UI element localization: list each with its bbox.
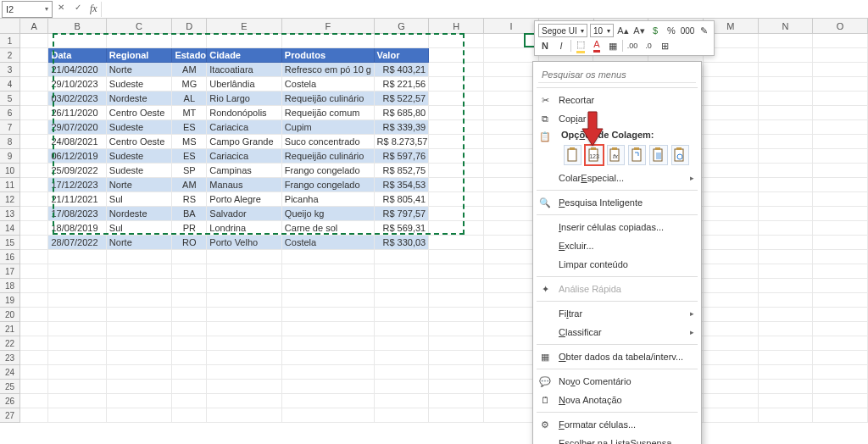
cell[interactable] xyxy=(759,264,814,279)
row-header[interactable]: 14 xyxy=(0,221,20,236)
cell[interactable]: Sudeste xyxy=(107,77,173,92)
cell[interactable]: Sul xyxy=(107,221,173,236)
cell[interactable] xyxy=(20,264,49,279)
cell[interactable] xyxy=(813,164,868,178)
cell[interactable]: Refresco em pó 10 g xyxy=(282,63,375,77)
cell[interactable]: 26/11/2020 xyxy=(48,106,106,120)
row-header[interactable]: 7 xyxy=(0,120,20,135)
decrease-decimal-icon[interactable]: .0 xyxy=(642,39,655,53)
cell[interactable] xyxy=(20,92,49,106)
cell[interactable] xyxy=(429,63,484,77)
accounting-format-icon[interactable]: $ xyxy=(648,24,662,37)
cell[interactable] xyxy=(107,279,173,293)
cell[interactable] xyxy=(813,394,868,408)
cell[interactable]: Nordeste xyxy=(107,92,173,106)
cell[interactable]: Cariacica xyxy=(207,149,282,164)
cell[interactable]: Itacoatiara xyxy=(207,63,282,77)
cell[interactable] xyxy=(172,264,207,279)
cell[interactable] xyxy=(107,34,173,48)
row-header[interactable]: 5 xyxy=(0,92,20,106)
cell[interactable] xyxy=(759,178,814,192)
cell[interactable] xyxy=(20,77,49,92)
cancel-formula-icon[interactable]: ✕ xyxy=(54,3,68,16)
menu-clear[interactable]: Limpar conteúdo xyxy=(533,255,701,274)
cell[interactable]: R$ 597,76 xyxy=(375,149,430,164)
cell[interactable] xyxy=(429,408,484,423)
cell[interactable] xyxy=(813,264,868,279)
cell[interactable] xyxy=(375,293,430,308)
cell[interactable] xyxy=(759,221,814,236)
comma-format-icon[interactable]: 000 xyxy=(681,24,694,37)
cell[interactable]: Nordeste xyxy=(107,207,173,221)
cell[interactable] xyxy=(429,380,484,394)
borders-icon[interactable]: ▦ xyxy=(606,39,620,53)
cell[interactable]: AL xyxy=(172,92,207,106)
cell[interactable] xyxy=(704,351,759,365)
cell[interactable] xyxy=(813,135,868,149)
cell[interactable] xyxy=(20,149,49,164)
row-header[interactable]: 24 xyxy=(0,365,20,380)
cell[interactable] xyxy=(484,92,539,106)
cell[interactable] xyxy=(20,192,49,207)
menu-sort[interactable]: Classificar ▸ xyxy=(533,323,701,341)
cell[interactable]: Queijo kg xyxy=(282,207,375,221)
cell[interactable] xyxy=(704,120,759,135)
cell[interactable] xyxy=(207,380,282,394)
cell[interactable] xyxy=(172,408,207,423)
cell[interactable]: Sudeste xyxy=(107,149,173,164)
cell[interactable] xyxy=(484,221,539,236)
cell[interactable] xyxy=(429,365,484,380)
cell[interactable]: Centro Oeste xyxy=(107,106,173,120)
cell[interactable] xyxy=(282,365,375,380)
cell[interactable]: Cidade xyxy=(207,48,282,63)
fill-color-icon[interactable]: ⬚ xyxy=(574,39,587,53)
cell[interactable] xyxy=(704,92,759,106)
cell[interactable] xyxy=(704,308,759,322)
menu-delete[interactable]: Excluir... xyxy=(533,236,701,255)
cell[interactable]: Porto Alegre xyxy=(207,192,282,207)
col-header-H[interactable]: H xyxy=(429,19,484,33)
cell[interactable] xyxy=(107,250,173,264)
cell[interactable] xyxy=(375,365,430,380)
menu-cut[interactable]: ✂ Recortar xyxy=(533,91,701,109)
cell[interactable]: Valor xyxy=(375,48,430,63)
cell[interactable] xyxy=(813,279,868,293)
cell[interactable] xyxy=(704,293,759,308)
cell[interactable]: Picanha xyxy=(282,192,375,207)
row-header[interactable]: 20 xyxy=(0,308,20,322)
cell[interactable]: R$ 330,03 xyxy=(375,236,430,250)
cell[interactable] xyxy=(207,351,282,365)
cell[interactable] xyxy=(704,149,759,164)
percent-format-icon[interactable]: % xyxy=(665,24,678,37)
cell[interactable] xyxy=(429,236,484,250)
cell[interactable] xyxy=(759,63,814,77)
cell[interactable] xyxy=(704,336,759,351)
cell[interactable] xyxy=(759,336,814,351)
cell[interactable]: Estado xyxy=(172,48,207,63)
cell[interactable]: AM xyxy=(172,63,207,77)
cell[interactable] xyxy=(759,322,814,336)
menu-search-input[interactable] xyxy=(538,67,696,83)
menu-get-table-data[interactable]: ▦ Obter dados da tabela/interv... xyxy=(533,347,701,366)
merge-center-icon[interactable]: ⊞ xyxy=(658,39,671,53)
cell[interactable] xyxy=(484,351,539,365)
cell[interactable] xyxy=(813,120,868,135)
cell[interactable]: PR xyxy=(172,221,207,236)
cell[interactable] xyxy=(484,365,539,380)
row-header[interactable]: 4 xyxy=(0,77,20,92)
cell[interactable]: MT xyxy=(172,106,207,120)
row-header[interactable]: 19 xyxy=(0,293,20,308)
cell[interactable] xyxy=(48,394,106,408)
cell[interactable]: Porto Velho xyxy=(207,236,282,250)
cell[interactable] xyxy=(48,351,106,365)
menu-filter[interactable]: Filtrar ▸ xyxy=(533,304,701,323)
cell[interactable] xyxy=(813,178,868,192)
cell[interactable] xyxy=(813,322,868,336)
cell[interactable]: Norte xyxy=(107,178,173,192)
cell[interactable] xyxy=(813,207,868,221)
col-header-O[interactable]: O xyxy=(813,19,868,33)
row-header[interactable]: 22 xyxy=(0,336,20,351)
row-header[interactable]: 11 xyxy=(0,178,20,192)
increase-decimal-icon[interactable]: .00 xyxy=(626,39,639,53)
cell[interactable]: ES xyxy=(172,120,207,135)
